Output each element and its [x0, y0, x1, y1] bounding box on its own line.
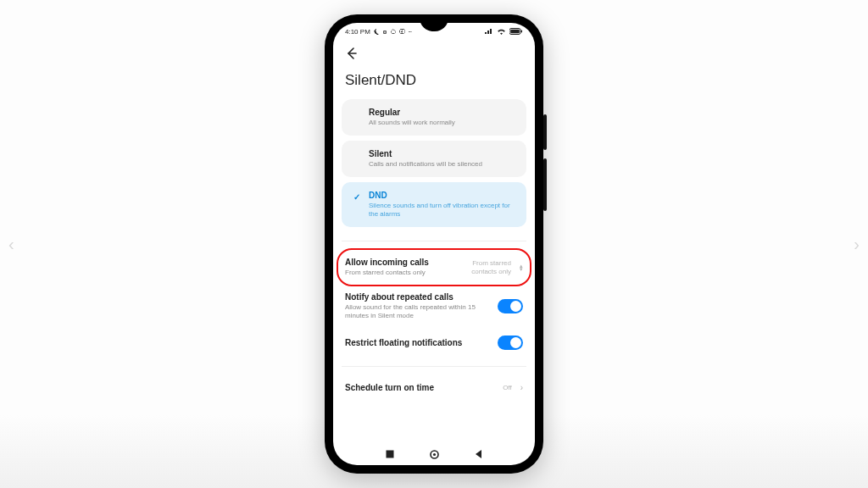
row-title: Allow incoming calls [345, 258, 445, 267]
phone-frame: 4:10 PM ⏾ ▣ ◯ ⓕ ⋯ Silent/DND Reg [325, 14, 543, 474]
row-allow-incoming-calls[interactable]: Allow incoming calls From starred contac… [342, 250, 526, 285]
next-slide-button[interactable]: › [854, 235, 860, 254]
row-value: Off [503, 384, 512, 391]
svg-rect-1 [510, 30, 520, 34]
check-icon [352, 108, 362, 109]
row-restrict-floating[interactable]: Restrict floating notifications [342, 328, 526, 358]
wifi-icon [497, 28, 506, 35]
android-nav-bar [333, 443, 535, 465]
mode-title: Silent [369, 149, 516, 158]
svg-rect-3 [386, 451, 393, 458]
mode-option-regular[interactable]: Regular All sounds will work normally [342, 99, 526, 136]
divider [342, 241, 526, 241]
page-title: Silent/DND [345, 64, 523, 99]
check-icon: ✓ [352, 191, 362, 202]
mode-subtitle: All sounds will work normally [369, 119, 516, 127]
nav-back-button[interactable] [474, 449, 484, 459]
battery-icon [509, 28, 523, 35]
mode-option-dnd[interactable]: ✓ DND Silence sounds and turn off vibrat… [342, 182, 526, 227]
toggle-restrict-floating[interactable] [498, 336, 523, 350]
mode-subtitle: Silence sounds and turn off vibration ex… [369, 202, 516, 219]
mode-option-silent[interactable]: Silent Calls and notifications will be s… [342, 141, 526, 177]
row-title: Schedule turn on time [345, 383, 496, 392]
nav-recents-button[interactable] [385, 449, 395, 459]
mode-title: Regular [369, 108, 516, 117]
nav-home-button[interactable] [429, 449, 440, 460]
status-time: 4:10 PM [345, 28, 370, 36]
row-title: Restrict floating notifications [345, 338, 491, 347]
mode-subtitle: Calls and notifications will be silenced [369, 160, 516, 169]
row-subtitle: Allow sound for the calls repeated withi… [345, 303, 491, 320]
divider [342, 366, 526, 367]
prev-slide-button[interactable]: ‹ [8, 235, 14, 254]
chevron-right-icon: › [520, 383, 523, 392]
row-value: From starred contacts only [452, 259, 511, 274]
row-subtitle: From starred contacts only [345, 269, 445, 277]
row-notify-repeated-calls[interactable]: Notify about repeated calls Allow sound … [342, 285, 526, 328]
phone-screen: 4:10 PM ⏾ ▣ ◯ ⓕ ⋯ Silent/DND Reg [333, 23, 535, 465]
mode-selector-group: Regular All sounds will work normally Si… [342, 99, 526, 232]
back-button[interactable] [345, 43, 365, 64]
check-icon [352, 149, 362, 151]
row-schedule-turn-on[interactable]: Schedule turn on time Off › [342, 375, 526, 400]
svg-point-5 [432, 452, 435, 455]
stepper-icon: ▴▾ [520, 264, 523, 270]
mode-title: DND [369, 191, 516, 200]
status-left-icons: ⏾ ▣ ◯ ⓕ ⋯ [374, 29, 413, 35]
signal-icon [485, 28, 493, 35]
svg-rect-2 [521, 30, 523, 33]
row-title: Notify about repeated calls [345, 292, 491, 302]
arrow-left-icon [345, 47, 359, 60]
toggle-notify-repeated[interactable] [498, 299, 523, 313]
